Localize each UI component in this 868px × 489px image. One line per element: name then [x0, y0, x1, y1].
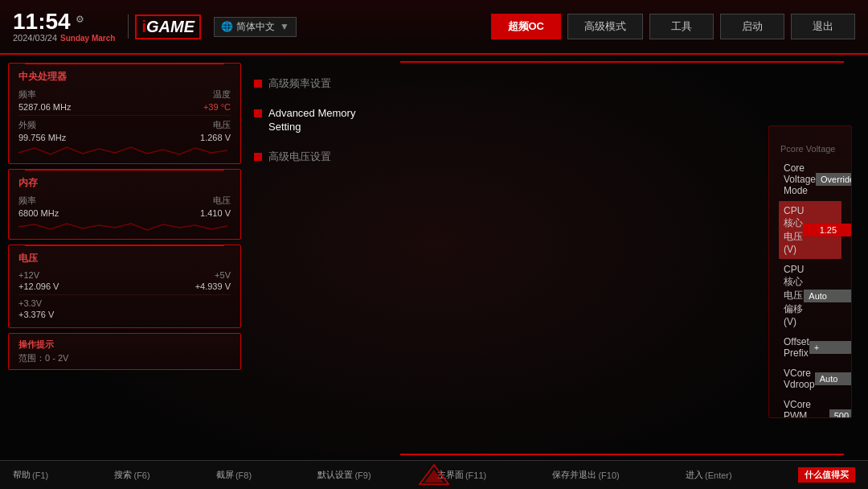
cpu-freq-label: 频率 — [18, 88, 36, 101]
main-ui-key: (F11) — [465, 471, 486, 480]
topbar-separator — [128, 14, 129, 39]
sidebar-item-memory[interactable]: Advanced Memory Setting — [249, 101, 378, 141]
memory-card-title: 内存 — [18, 176, 231, 190]
cpu-volt-value: 1.268 V — [200, 133, 231, 142]
cpu-temp-label: 温度 — [213, 88, 231, 101]
power-card-title: 电压 — [18, 252, 231, 265]
setting-name-vcore-pwm: VCore PWM Frequency — [784, 399, 829, 418]
sidebar-label-memory: Advanced Memory Setting — [268, 107, 373, 134]
setting-row-cpu-volt: CPU核心电压(V) 1.25 — [779, 201, 841, 259]
sidebar-label-voltage: 高级电压设置 — [268, 150, 331, 164]
nav-oc-button[interactable]: 超频OC — [491, 14, 562, 39]
enter-key: (Enter) — [705, 471, 732, 480]
dropdown-vcore-vdroop[interactable]: Auto ▼ — [815, 372, 852, 385]
input-cpu-volt[interactable]: 1.25 — [804, 224, 852, 236]
sidebar-label-freq: 高级频率设置 — [268, 77, 331, 91]
bottom-screenshot[interactable]: 截屏 (F8) — [216, 469, 252, 481]
lang-label: 简体中文 — [236, 20, 275, 34]
section-pcore: Pcore Voltage — [779, 144, 841, 154]
sidebar-item-voltage[interactable]: 高级电压设置 — [249, 144, 378, 171]
dropdown-vcore-pwm[interactable]: 500 ▼ — [829, 409, 852, 418]
save-exit-label: 保存并退出 — [552, 469, 596, 481]
default-key: (F9) — [354, 471, 371, 480]
setting-row-cpu-volt-offset: CPU核心电压偏移(V) Auto ▼ — [779, 260, 841, 331]
search-label: 搜索 — [114, 469, 132, 481]
lang-icon: 🌐 — [221, 21, 233, 32]
bottom-search[interactable]: 搜索 (F6) — [114, 469, 149, 481]
mem-wave — [18, 220, 231, 232]
left-panel: 中央处理器 频率 温度 5287.06 MHz +39 °C 外频 电压 99.… — [8, 63, 241, 454]
search-key: (F6) — [133, 471, 149, 480]
dropdown-offset-prefix-1[interactable]: + ▼ — [809, 341, 852, 354]
sidebar-item-freq[interactable]: 高级频率设置 — [249, 71, 378, 97]
bottom-enter[interactable]: 进入 (Enter) — [686, 469, 732, 481]
memory-card: 内存 频率 电压 6800 MHz 1.410 V — [8, 169, 241, 240]
dropdown-cpu-volt-offset[interactable]: Auto ▼ — [804, 290, 852, 302]
v5-label: +5V — [215, 270, 231, 280]
settings-panel[interactable]: Pcore Voltage Core Voltage Mode Override… — [768, 125, 852, 418]
bottom-save-exit[interactable]: 保存并退出 (F10) — [552, 469, 619, 481]
cpu-volt-label: 电压 — [213, 119, 231, 131]
cpu-freq-value: 5287.06 MHz — [18, 102, 71, 112]
clock-day: Sunday March — [60, 34, 115, 43]
setting-row-vcore-pwm: VCore PWM Frequency 500 ▼ — [779, 395, 841, 418]
cpu-card-title: 中央处理器 — [18, 70, 231, 84]
setting-name-core-volt-mode: Core Voltage Mode — [784, 162, 816, 196]
tips-card: 操作提示 范围：0 - 2V — [8, 333, 241, 370]
power-divider — [18, 294, 231, 295]
clock-time: 11:54 — [13, 10, 71, 33]
bottombar: 帮助 (F1) 搜索 (F6) 截屏 (F8) 默认设置 (F9) 主界面 (F… — [0, 460, 868, 489]
v33-value: +3.376 V — [18, 310, 54, 319]
sidebar-dot — [254, 80, 262, 88]
nav-exit-button[interactable]: 退出 — [791, 14, 855, 39]
nav-boot-button[interactable]: 启动 — [720, 14, 784, 39]
gear-icon[interactable]: ⚙ — [76, 14, 84, 25]
nav-tools-button[interactable]: 工具 — [649, 14, 714, 39]
power-card: 电压 +12V +5V +12.096 V +4.939 V +3.3V +3.… — [8, 244, 241, 328]
v12-label: +12V — [18, 270, 39, 280]
setting-row-offset-prefix-1: Offset Prefix + ▼ — [779, 332, 841, 363]
nav-advanced-button[interactable]: 高级模式 — [567, 14, 643, 39]
settings-panel-outer: Pcore Voltage Core Voltage Mode Override… — [384, 63, 860, 454]
sidebar-nav: 高级频率设置 Advanced Memory Setting 高级电压设置 — [249, 63, 378, 454]
clock-date: 2024/03/24 — [13, 33, 57, 43]
mem-volt-label: 电压 — [213, 195, 231, 207]
svg-marker-1 — [424, 470, 444, 483]
chevron-down-icon: ▼ — [280, 21, 289, 32]
mem-freq-label: 频率 — [18, 195, 36, 207]
cpu-wave — [18, 144, 231, 157]
dropdown-core-volt-mode[interactable]: Override ▼ — [816, 173, 852, 186]
language-selector[interactable]: 🌐 简体中文 ▼ — [214, 17, 297, 37]
v5-value: +4.939 V — [195, 281, 231, 291]
setting-name-vcore-vdroop: VCore Vdroop — [784, 368, 815, 390]
help-key: (F1) — [32, 471, 48, 480]
mem-volt-value: 1.410 V — [200, 208, 231, 218]
tips-value: 范围：0 - 2V — [18, 352, 231, 364]
v12-value: +12.096 V — [18, 281, 59, 291]
cpu-card-divider — [18, 115, 231, 116]
settings-container: Pcore Voltage Core Voltage Mode Override… — [769, 126, 851, 418]
bottom-default[interactable]: 默认设置 (F9) — [317, 469, 371, 481]
mem-freq-value: 6800 MHz — [18, 208, 59, 218]
v33-label: +3.3V — [18, 298, 42, 308]
setting-name-cpu-volt-offset: CPU核心电压偏移(V) — [784, 264, 804, 327]
cpu-extfreq-label: 外频 — [18, 119, 36, 131]
brand-logo: 什么值得买 — [798, 467, 855, 483]
enter-label: 进入 — [686, 469, 703, 481]
clock-area: 11:54 ⚙ 2024/03/24 Sunday March — [13, 10, 115, 43]
screenshot-key: (F8) — [235, 471, 252, 480]
screenshot-label: 截屏 — [216, 469, 234, 481]
cpu-card: 中央处理器 频率 温度 5287.06 MHz +39 °C 外频 电压 99.… — [8, 63, 241, 164]
setting-name-offset-prefix-1: Offset Prefix — [784, 336, 809, 359]
nav-buttons: 超频OC 高级模式 工具 启动 退出 — [491, 14, 856, 39]
setting-row-vcore-vdroop: VCore Vdroop Auto ▼ — [779, 364, 841, 394]
bottom-help[interactable]: 帮助 (F1) — [13, 469, 48, 481]
help-label: 帮助 — [13, 469, 31, 481]
default-label: 默认设置 — [317, 469, 353, 481]
topbar: 11:54 ⚙ 2024/03/24 Sunday March i GAME 🌐… — [0, 0, 868, 55]
setting-row-core-volt-mode: Core Voltage Mode Override ▼ — [779, 158, 841, 200]
cpu-temp-value: +39 °C — [203, 102, 231, 112]
tips-title: 操作提示 — [18, 339, 231, 351]
center-decoration — [418, 463, 450, 486]
cpu-extfreq-value: 99.756 MHz — [18, 133, 66, 142]
